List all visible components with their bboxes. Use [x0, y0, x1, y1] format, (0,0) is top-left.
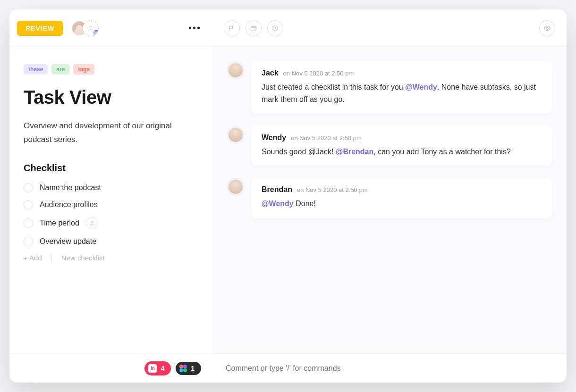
comments-pane: Jackon Nov 5 2020 at 2:50 pmJust created…: [212, 47, 567, 353]
checklist-heading: Checklist: [24, 163, 194, 174]
text-segment: , can you add Tony as a watcher for this…: [373, 148, 511, 156]
status-badge[interactable]: REVIEW: [17, 21, 63, 36]
comment-timestamp: on Nov 5 2020 at 2:50 pm: [283, 70, 354, 77]
invision-attachment-pill[interactable]: in 4: [144, 361, 171, 375]
flag-icon: [229, 25, 235, 32]
comment-avatar[interactable]: [227, 61, 245, 79]
text-segment: Sounds good @Jack!: [262, 148, 336, 156]
add-assignee-placeholder[interactable]: +: [83, 20, 99, 36]
date-button[interactable]: [246, 20, 262, 36]
comment-body: Jackon Nov 5 2020 at 2:50 pmJust created…: [251, 61, 552, 114]
invision-count: 4: [161, 365, 164, 372]
checkbox[interactable]: [24, 183, 33, 192]
checklist-item: Overview update: [24, 237, 194, 246]
comment-body: Wendyon Nov 5 2020 at 2:50 pmSounds good…: [251, 126, 552, 166]
mention[interactable]: @Wendy: [405, 83, 437, 91]
comment-author: Wendy: [262, 133, 286, 142]
comment-body: Brendanon Nov 5 2020 at 2:50 pm@Wendy Do…: [251, 178, 552, 217]
comment: Wendyon Nov 5 2020 at 2:50 pmSounds good…: [227, 126, 552, 166]
comment-avatar[interactable]: [227, 126, 245, 144]
comment-author: Jack: [262, 69, 279, 77]
checklist-item-label[interactable]: Audience profiles: [40, 200, 98, 209]
comment: Jackon Nov 5 2020 at 2:50 pmJust created…: [227, 61, 552, 114]
mention[interactable]: @Wendy: [262, 200, 294, 208]
comment-text: Just created a checklist in this task fo…: [262, 81, 542, 106]
footer-left: in 4 1: [9, 354, 212, 383]
eye-icon: [543, 25, 551, 32]
new-checklist-button[interactable]: New checklist: [61, 254, 105, 262]
flag-button[interactable]: [224, 20, 240, 36]
comment-timestamp: on Nov 5 2020 at 2:50 pm: [291, 134, 362, 142]
comment-timestamp: on Nov 5 2020 at 2:50 pm: [297, 186, 368, 193]
svg-point-0: [90, 26, 92, 28]
more-menu[interactable]: •••: [185, 19, 205, 37]
composer: [212, 354, 567, 383]
mention[interactable]: @Brendan: [336, 148, 374, 156]
figma-icon: [179, 365, 187, 372]
comment-author: Brendan: [262, 185, 292, 194]
checklist-item-label[interactable]: Time period: [40, 219, 79, 227]
checklist: Name the podcastAudience profilesTime pe…: [24, 183, 194, 246]
header: REVIEW + •••: [9, 9, 567, 47]
person-icon: [89, 220, 95, 226]
tag[interactable]: are: [51, 64, 69, 75]
watch-button[interactable]: [539, 20, 555, 36]
comment-text: Sounds good @Jack! @Brendan, can you add…: [262, 146, 542, 158]
text-segment: Done!: [294, 200, 316, 208]
figma-count: 1: [191, 365, 195, 372]
text-segment: Just created a checklist in this task fo…: [262, 83, 405, 91]
time-button[interactable]: [267, 20, 283, 36]
task-description[interactable]: Overview and development of our original…: [24, 119, 194, 147]
svg-point-3: [546, 27, 548, 29]
footer: in 4 1: [9, 353, 567, 383]
checklist-item-label[interactable]: Overview update: [40, 237, 96, 246]
comment-avatar[interactable]: [227, 178, 245, 196]
calendar-icon: [250, 25, 257, 32]
left-pane: these are tags Task View Overview and de…: [9, 47, 212, 353]
svg-rect-1: [251, 26, 256, 30]
header-right: [212, 9, 567, 47]
task-title[interactable]: Task View: [24, 87, 194, 108]
task-window: REVIEW + •••: [9, 9, 567, 383]
assign-item-button[interactable]: [86, 217, 98, 229]
comment-text: @Wendy Done!: [262, 198, 542, 210]
checklist-actions: + Add New checklist: [24, 254, 194, 262]
tag[interactable]: tags: [73, 64, 94, 75]
assignee-avatar-group: +: [71, 20, 99, 36]
add-checklist-item[interactable]: + Add: [24, 254, 42, 262]
comment-input[interactable]: [226, 364, 553, 373]
divider: [51, 254, 52, 262]
figma-attachment-pill[interactable]: 1: [176, 362, 201, 375]
person-icon: [87, 25, 94, 32]
checklist-item-label[interactable]: Name the podcast: [40, 183, 101, 192]
svg-point-4: [91, 221, 93, 223]
checkbox[interactable]: [24, 200, 33, 209]
checklist-item: Audience profiles: [24, 200, 194, 209]
checklist-item: Time period: [24, 217, 194, 229]
checkbox[interactable]: [24, 218, 33, 228]
checkbox[interactable]: [24, 237, 33, 246]
checklist-item: Name the podcast: [24, 183, 194, 192]
invision-icon: in: [148, 364, 157, 373]
header-left: REVIEW + •••: [9, 9, 212, 47]
clock-icon: [272, 25, 279, 32]
add-badge-icon: +: [92, 29, 99, 36]
tag[interactable]: these: [24, 64, 48, 75]
tag-list: these are tags: [24, 64, 194, 75]
comment: Brendanon Nov 5 2020 at 2:50 pm@Wendy Do…: [227, 178, 552, 217]
body: these are tags Task View Overview and de…: [9, 47, 567, 353]
